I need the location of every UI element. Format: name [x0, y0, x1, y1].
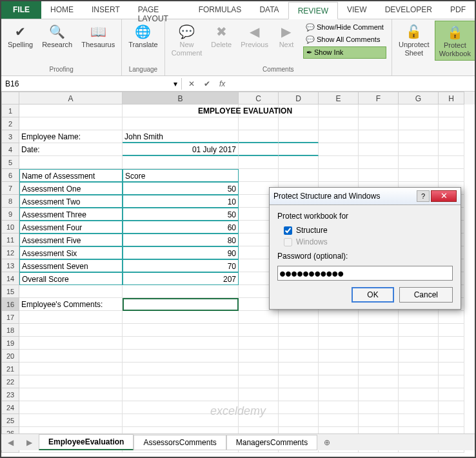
cell[interactable] — [239, 388, 279, 401]
row-header[interactable]: 4 — [1, 143, 19, 156]
row-header[interactable]: 15 — [1, 285, 19, 298]
show-hide-comment[interactable]: 💬 Show/Hide Comment — [303, 22, 386, 33]
cell[interactable] — [319, 117, 359, 130]
cell[interactable] — [279, 388, 319, 401]
tab-data[interactable]: DATA — [250, 1, 288, 19]
row-header[interactable]: 21 — [1, 363, 19, 375]
cell[interactable] — [239, 130, 279, 143]
cell[interactable] — [123, 363, 239, 375]
cell[interactable] — [359, 414, 399, 427]
cell[interactable] — [19, 401, 123, 414]
cell[interactable] — [279, 156, 319, 169]
cell[interactable] — [279, 311, 319, 324]
row-header[interactable]: 12 — [1, 246, 19, 259]
fx-icon[interactable]: fx — [217, 79, 228, 88]
cell[interactable] — [19, 350, 123, 363]
cell[interactable]: Overall Score — [19, 272, 123, 285]
row-header[interactable]: 9 — [1, 208, 19, 221]
show-ink[interactable]: ✒ Show Ink — [303, 46, 386, 59]
sheet-tab-employee[interactable]: EmployeeEvaluation — [39, 434, 134, 450]
tab-formulas[interactable]: FORMULAS — [190, 1, 251, 19]
cell[interactable]: Name of Assessment — [19, 169, 123, 182]
cell[interactable]: John Smith — [123, 130, 239, 143]
tab-review[interactable]: REVIEW — [288, 2, 338, 19]
cell[interactable] — [439, 401, 464, 414]
cell[interactable] — [399, 363, 439, 375]
cell[interactable] — [239, 363, 279, 375]
cell[interactable] — [123, 337, 239, 350]
row-header[interactable]: 22 — [1, 375, 19, 388]
row-header[interactable]: 24 — [1, 401, 19, 414]
cell[interactable] — [399, 156, 439, 169]
cell[interactable] — [439, 414, 464, 427]
cell[interactable]: Employee's Comments: — [19, 298, 123, 311]
cell[interactable] — [239, 117, 279, 130]
cell[interactable] — [359, 350, 399, 363]
col-header[interactable]: A — [19, 92, 123, 105]
cell[interactable]: 01 July 2017 — [123, 143, 239, 156]
research-button[interactable]: 🔍Research — [38, 21, 76, 51]
cell[interactable] — [319, 311, 359, 324]
cell[interactable]: Date: — [19, 143, 123, 156]
cell[interactable] — [439, 375, 464, 388]
cell[interactable] — [19, 156, 123, 169]
cell[interactable] — [19, 324, 123, 337]
row-header[interactable]: 3 — [1, 130, 19, 143]
tab-page-layout[interactable]: PAGE LAYOUT — [129, 1, 190, 19]
cell[interactable] — [19, 337, 123, 350]
cell[interactable] — [399, 311, 439, 324]
cell[interactable] — [239, 337, 279, 350]
cell[interactable] — [399, 375, 439, 388]
cell[interactable]: EMPLOYEE EVALUATION — [19, 105, 123, 117]
cell[interactable] — [123, 311, 239, 324]
cell[interactable] — [239, 324, 279, 337]
cell[interactable] — [279, 350, 319, 363]
row-header[interactable]: 2 — [1, 117, 19, 130]
col-header[interactable]: E — [319, 92, 359, 105]
cell[interactable] — [439, 337, 464, 350]
cell[interactable] — [123, 375, 239, 388]
cell[interactable]: Score — [123, 169, 239, 182]
cell[interactable] — [359, 117, 399, 130]
cell[interactable]: Assessment One — [19, 182, 123, 195]
spelling-button[interactable]: ✔Spelling — [4, 21, 37, 51]
col-header[interactable]: D — [279, 92, 319, 105]
dialog-help-button[interactable]: ? — [417, 190, 430, 202]
cell[interactable] — [279, 401, 319, 414]
cell[interactable]: Assessment Two — [19, 195, 123, 208]
row-header[interactable]: 8 — [1, 195, 19, 208]
cell[interactable]: 207 — [123, 272, 239, 285]
show-all-comments[interactable]: 💬 Show All Comments — [303, 34, 386, 45]
row-header[interactable]: 1 — [1, 105, 19, 117]
cell[interactable] — [399, 169, 439, 182]
cell[interactable] — [239, 350, 279, 363]
cell[interactable] — [359, 363, 399, 375]
cell[interactable] — [399, 401, 439, 414]
cell[interactable]: 50 — [123, 208, 239, 221]
cell[interactable] — [239, 156, 279, 169]
cell[interactable] — [359, 156, 399, 169]
cell[interactable] — [19, 375, 123, 388]
cell[interactable] — [19, 117, 123, 130]
cell[interactable] — [439, 363, 464, 375]
delete-button[interactable]: ✖Delete — [207, 21, 235, 51]
previous-button[interactable]: ◀Previous — [237, 21, 272, 51]
cell[interactable] — [399, 130, 439, 143]
cell[interactable] — [439, 169, 464, 182]
cell[interactable]: Assessment Four — [19, 221, 123, 234]
row-header[interactable]: 18 — [1, 324, 19, 337]
cell[interactable] — [319, 388, 359, 401]
cell[interactable] — [399, 337, 439, 350]
cell[interactable] — [399, 350, 439, 363]
tab-developer[interactable]: DEVELOPER — [376, 1, 441, 19]
cell[interactable] — [359, 169, 399, 182]
cell[interactable] — [399, 324, 439, 337]
cell[interactable] — [279, 375, 319, 388]
cell[interactable] — [279, 143, 319, 156]
col-header[interactable]: H — [439, 92, 464, 105]
sheet-tab-assessors[interactable]: AssessorsComments — [134, 435, 226, 450]
ok-button[interactable]: OK — [352, 287, 393, 303]
new-comment-button[interactable]: 💬New Comment — [168, 21, 206, 59]
row-header[interactable]: 23 — [1, 388, 19, 401]
cell[interactable] — [399, 414, 439, 427]
